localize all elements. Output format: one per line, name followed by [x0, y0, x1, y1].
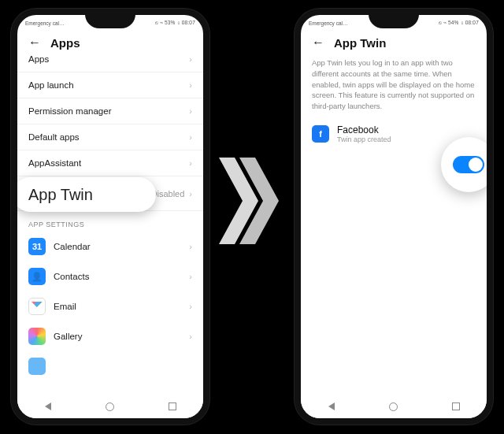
back-icon[interactable]: ← [312, 35, 324, 50]
nav-back-icon[interactable] [45, 402, 51, 410]
row-label: Default apps [28, 132, 80, 142]
row-app-launch[interactable]: App launch › [17, 72, 203, 98]
app-icon [28, 358, 46, 375]
email-icon [28, 298, 46, 315]
page-title: App Twin [334, 36, 386, 50]
row-apps[interactable]: Apps › [17, 46, 203, 72]
calendar-icon: 31 [28, 238, 46, 255]
callout-label: App Twin [28, 186, 93, 204]
transition-arrow-icon [219, 158, 287, 244]
nav-recent-icon[interactable] [169, 402, 176, 410]
row-text: Facebook Twin app created [337, 124, 391, 143]
chevron-right-icon: › [189, 189, 192, 198]
row-label: Permission manager [28, 106, 111, 116]
chevron-right-icon: › [189, 332, 192, 341]
chevron-right-icon: › [189, 132, 192, 142]
settings-list[interactable]: Apps › App launch › Permission manager ›… [17, 46, 203, 395]
notch [85, 14, 135, 28]
row-label: Facebook [337, 124, 391, 135]
nav-bar [17, 395, 203, 418]
row-contacts[interactable]: 👤 Contacts › [17, 262, 203, 291]
row-permission-manager[interactable]: Permission manager › [17, 98, 203, 124]
chevron-right-icon: › [189, 302, 192, 311]
row-partial[interactable] [17, 351, 203, 381]
row-default-apps[interactable]: Default apps › [17, 124, 203, 150]
status-left: Emergency cal… [25, 20, 65, 26]
chevron-right-icon: › [189, 158, 192, 168]
status-right: ⎋ ⌁ 54% ▯ 08:07 [439, 20, 480, 26]
row-label: AppAssistant [28, 158, 81, 168]
chevron-right-icon: › [189, 272, 192, 281]
row-label: App launch [28, 80, 74, 90]
row-label: Calendar [54, 242, 91, 251]
facebook-twin-toggle[interactable] [453, 156, 484, 173]
row-calendar[interactable]: 31 Calendar › [17, 232, 203, 262]
row-appassistant[interactable]: AppAssistant › [17, 150, 203, 176]
toggle-highlight [441, 137, 493, 192]
chevron-right-icon: › [189, 54, 192, 64]
feature-description: App Twin lets you log in to an app with … [301, 54, 487, 120]
chevron-right-icon: › [189, 106, 192, 116]
nav-home-icon[interactable] [106, 402, 114, 411]
row-gallery[interactable]: Gallery › [17, 321, 203, 351]
contacts-icon: 👤 [28, 268, 46, 285]
row-subtitle: Twin app created [337, 135, 391, 143]
row-label: Email [54, 302, 76, 311]
phone-app-twin-screen: Emergency cal… ⎋ ⌁ 54% ▯ 08:07 ← App Twi… [295, 9, 493, 425]
chevron-right-icon: › [189, 80, 192, 90]
nav-recent-icon[interactable] [452, 402, 460, 410]
facebook-icon: f [312, 125, 329, 143]
nav-back-icon[interactable] [328, 402, 335, 410]
row-label: Contacts [54, 272, 89, 281]
app-twin-callout[interactable]: App Twin [13, 177, 156, 212]
nav-home-icon[interactable] [389, 402, 398, 411]
notch [369, 14, 419, 28]
phone-apps-screen: Emergency cal… ⎋ ⌁ 53% ▯ 08:07 ← Apps Ap… [11, 9, 209, 425]
row-label: Gallery [54, 332, 82, 341]
row-email[interactable]: Email › [17, 291, 203, 321]
header: ← App Twin [301, 29, 487, 54]
chevron-right-icon: › [189, 242, 192, 251]
status-right: ⎋ ⌁ 53% ▯ 08:07 [155, 20, 196, 26]
section-header: APP SETTINGS [17, 211, 203, 232]
gallery-icon [28, 328, 46, 345]
row-label: Apps [28, 54, 49, 64]
status-left: Emergency cal… [309, 20, 348, 26]
nav-bar [301, 395, 487, 418]
